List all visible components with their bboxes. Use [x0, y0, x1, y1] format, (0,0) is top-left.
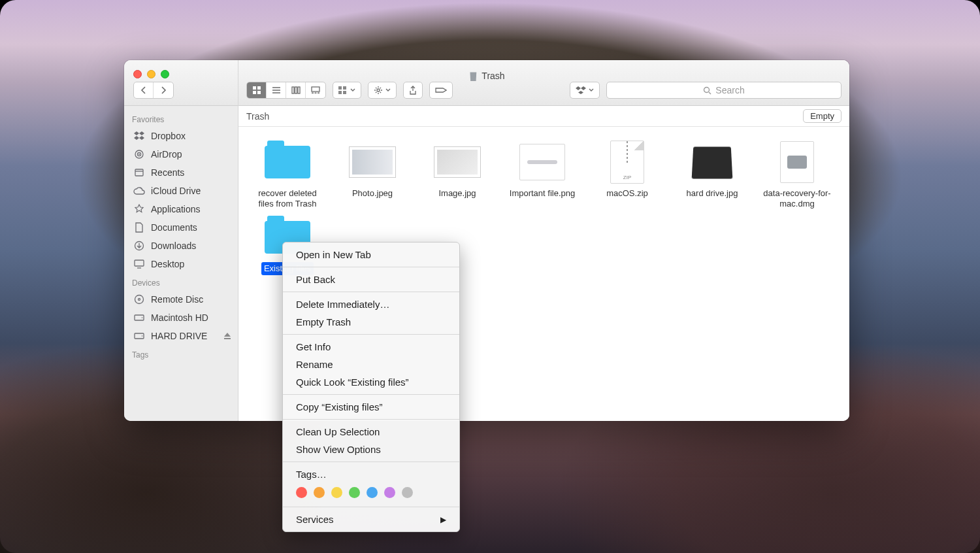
sidebar-item-label: HARD DRIVE [151, 331, 207, 341]
menu-item-copy[interactable]: Copy “Existing files” [283, 398, 459, 416]
svg-rect-22 [318, 93, 319, 94]
menu-item-services[interactable]: Services ▶ [283, 511, 459, 528]
menu-separator [283, 461, 459, 462]
tag-icon [435, 86, 447, 94]
svg-point-27 [377, 89, 380, 92]
sidebar-item-label: Remote Disc [151, 294, 203, 305]
sidebar-item-recents[interactable]: Recents [124, 163, 238, 182]
menu-item-tags[interactable]: Tags… [283, 465, 459, 483]
file-label: Image.jpg [436, 187, 478, 200]
applications-icon [133, 203, 145, 215]
file-item-image[interactable]: Photo.jpeg [330, 139, 415, 214]
file-item-image[interactable]: hard drive.jpg [670, 139, 755, 214]
svg-rect-13 [257, 86, 261, 90]
forward-button[interactable] [154, 82, 173, 98]
sidebar-item-macintosh-hd[interactable]: Macintosh HD [124, 309, 238, 327]
tag-dot-yellow[interactable] [331, 487, 342, 498]
svg-point-11 [142, 335, 143, 337]
search-placeholder: Search [715, 85, 744, 95]
recents-icon [133, 167, 145, 178]
menu-item-clean-up[interactable]: Clean Up Selection [283, 423, 459, 441]
sidebar-item-desktop[interactable]: Desktop [124, 255, 238, 273]
tag-dot-purple[interactable] [384, 487, 395, 498]
sidebar-item-documents[interactable]: Documents [124, 218, 238, 237]
column-view-button[interactable] [286, 82, 306, 98]
dropbox-toolbar-button[interactable] [570, 82, 600, 99]
finder-window: Favorites Dropbox AirDrop Recents iCloud… [124, 60, 849, 421]
file-item-image[interactable]: Image.jpg [415, 139, 500, 214]
svg-rect-25 [338, 91, 342, 94]
documents-icon [133, 222, 145, 233]
svg-point-28 [704, 87, 710, 92]
sidebar-item-airdrop[interactable]: AirDrop [124, 145, 238, 163]
action-button[interactable] [368, 82, 397, 99]
sidebar-item-icloud-drive[interactable]: iCloud Drive [124, 182, 238, 200]
file-item-dmg[interactable]: data-recovery-for-mac.dmg [755, 139, 840, 214]
tag-dot-gray[interactable] [402, 487, 413, 498]
menu-item-delete-immediately[interactable]: Delete Immediately… [283, 295, 459, 313]
disc-icon [133, 293, 145, 305]
menu-item-put-back[interactable]: Put Back [283, 271, 459, 288]
svg-rect-12 [253, 86, 256, 90]
menu-separator [283, 267, 459, 267]
svg-rect-3 [135, 169, 143, 176]
menu-item-quick-look[interactable]: Quick Look “Existing files” [283, 373, 459, 391]
hdd-icon [133, 312, 145, 324]
sidebar-item-label: Documents [151, 222, 197, 233]
context-menu: Open in New Tab Put Back Delete Immediat… [282, 242, 460, 532]
sidebar-item-label: Macintosh HD [151, 312, 208, 323]
sidebar-section-header: Favorites [124, 110, 238, 127]
sidebar-item-label: Applications [151, 204, 201, 214]
svg-rect-17 [295, 87, 297, 93]
menu-item-rename[interactable]: Rename [283, 356, 459, 373]
arrange-button[interactable] [333, 82, 361, 99]
svg-point-2 [139, 154, 140, 155]
sidebar-item-dropbox[interactable]: Dropbox [124, 127, 238, 145]
tag-dot-green[interactable] [349, 487, 360, 498]
image-thumb-icon [692, 147, 733, 179]
menu-separator [283, 394, 459, 395]
image-thumb-icon [349, 146, 396, 178]
sidebar-item-applications[interactable]: Applications [124, 200, 238, 218]
path-bar: Trash Empty [238, 106, 849, 127]
empty-trash-button[interactable]: Empty [803, 109, 841, 123]
finder-sidebar: Favorites Dropbox AirDrop Recents iCloud… [124, 60, 238, 421]
desktop-icon [133, 258, 145, 270]
menu-item-get-info[interactable]: Get Info [283, 338, 459, 356]
list-view-button[interactable] [267, 82, 286, 98]
svg-rect-23 [338, 86, 342, 90]
eject-icon[interactable] [223, 332, 231, 340]
svg-point-9 [142, 317, 143, 318]
sidebar-item-label: iCloud Drive [151, 186, 201, 196]
share-button[interactable] [403, 82, 423, 99]
menu-item-open-new-tab[interactable]: Open in New Tab [283, 246, 459, 263]
svg-rect-24 [343, 86, 346, 90]
sidebar-item-downloads[interactable]: Downloads [124, 237, 238, 255]
icon-view-button[interactable] [247, 82, 267, 98]
tag-dot-blue[interactable] [367, 487, 378, 498]
tag-dot-orange[interactable] [314, 487, 325, 498]
search-field[interactable]: Search [606, 82, 841, 99]
file-item-zip[interactable]: ZIP macOS.zip [585, 139, 670, 214]
svg-rect-14 [253, 91, 256, 94]
file-label: Important file.png [507, 187, 578, 200]
folder-icon [265, 146, 310, 178]
svg-rect-15 [257, 91, 261, 94]
tags-button[interactable] [429, 82, 453, 99]
gallery-view-button[interactable] [306, 82, 325, 98]
sidebar-scroll[interactable]: Favorites Dropbox AirDrop Recents iCloud… [124, 106, 238, 421]
menu-item-show-view-options[interactable]: Show View Options [283, 441, 459, 458]
back-button[interactable] [134, 82, 154, 98]
image-thumb-icon [434, 146, 481, 178]
submenu-arrow-icon: ▶ [440, 515, 446, 524]
svg-rect-16 [292, 87, 294, 93]
file-item-png[interactable]: Important file.png [500, 139, 585, 214]
sidebar-item-hard-drive[interactable]: HARD DRIVE [124, 327, 238, 345]
file-label: hard drive.jpg [684, 187, 741, 200]
menu-item-empty-trash[interactable]: Empty Trash [283, 313, 459, 331]
tag-dot-red[interactable] [296, 487, 307, 498]
sidebar-section-header: Devices [124, 273, 238, 290]
sidebar-item-remote-disc[interactable]: Remote Disc [124, 290, 238, 309]
file-item-folder[interactable]: recover deleted files from Trash [245, 139, 330, 214]
file-label: macOS.zip [604, 187, 651, 200]
